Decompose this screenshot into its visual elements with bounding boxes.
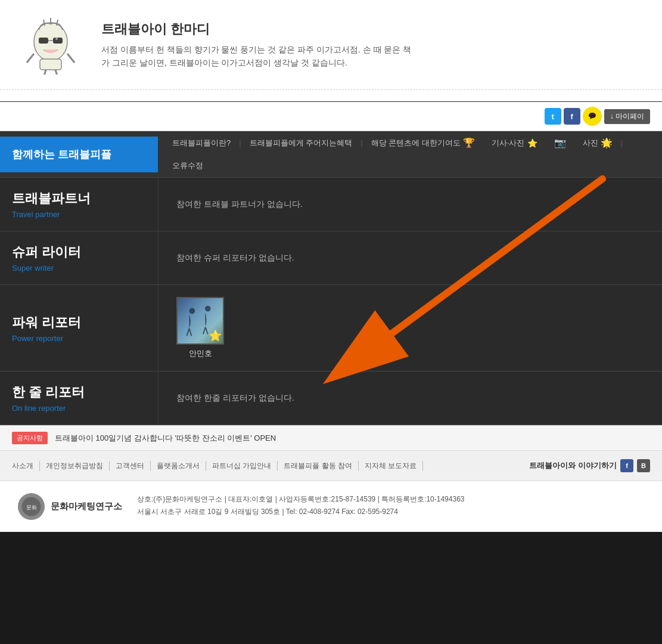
divider bbox=[0, 90, 662, 102]
nav-item-contribution[interactable]: 해당 콘텐츠에 대한기여도 🏆 bbox=[363, 131, 483, 154]
footer-detail-line2: 서울시 서초구 서래로 10길 9 서래빌딩 305호 | Tel: 02-40… bbox=[137, 507, 644, 517]
footer-right-area: 트래블아이와 이야기하기 f B bbox=[529, 459, 650, 472]
online-reporter-content: 참여한 한줄 리포터가 없습니다. bbox=[158, 371, 662, 425]
kakao-icon[interactable] bbox=[583, 107, 602, 126]
footer-info: 문화 문화마케팅연구소 상호:(주)문화마케팅연구소 | 대표자:이호열 | 사… bbox=[0, 481, 662, 532]
nav-item-articles[interactable]: 기사·사진 ⭐ bbox=[483, 132, 546, 154]
travel-partner-content: 참여한 트래블 파트너가 없습니다. bbox=[158, 178, 662, 231]
nav-bar: 함께하는 트래블피플 트래블피플이란? | 트래블피플에게 주어지는혜택 | 해… bbox=[0, 131, 662, 178]
svg-rect-9 bbox=[40, 59, 61, 70]
online-reporter-kr: 한 줄 리포터 bbox=[12, 383, 146, 401]
mypage-button[interactable]: ↓ 마이페이 bbox=[604, 109, 650, 124]
footer-details: 상호:(주)문화마케팅연구소 | 대표자:이호열 | 사업자등록번호:215-8… bbox=[137, 494, 644, 519]
travel-partner-section: 트래블파트너 Travel partner 참여한 트래블 파트너가 없습니다. bbox=[0, 178, 662, 231]
footer-company-name: 문화마케팅연구소 bbox=[51, 501, 122, 512]
star-icon: ⭐ bbox=[527, 138, 537, 148]
footer-logo-area: 문화 문화마케팅연구소 bbox=[18, 493, 125, 520]
footer-brand-text[interactable]: 트래블아이와 이야기하기 bbox=[529, 460, 617, 471]
online-reporter-en: On line reporter bbox=[12, 404, 146, 413]
trophy-icon: 🏆 bbox=[463, 137, 475, 148]
user-badge-icon: ⭐ bbox=[209, 329, 222, 342]
footer-link-5[interactable]: 트래블피플 활동 참여 bbox=[278, 461, 359, 471]
user-card[interactable]: ⭐ 안민호 bbox=[176, 297, 224, 359]
nav-item-error[interactable]: 오류수정 bbox=[164, 154, 212, 177]
footer-detail-line1: 상호:(주)문화마케팅연구소 | 대표자:이호열 | 사업자등록번호:215-8… bbox=[137, 494, 644, 504]
power-reporter-kr: 파워 리포터 bbox=[12, 314, 146, 332]
footer-facebook-icon[interactable]: f bbox=[620, 459, 633, 472]
super-writer-kr: 슈퍼 라이터 bbox=[12, 243, 146, 261]
footer-link-0[interactable]: 사소개 bbox=[12, 461, 40, 471]
user-avatar: ⭐ bbox=[176, 297, 224, 345]
footer-logo-circle: 문화 bbox=[18, 493, 45, 520]
svg-text:문화: 문화 bbox=[26, 504, 37, 510]
footer-link-6[interactable]: 지자체 보도자료 bbox=[359, 461, 423, 471]
mascot-desc: 서점 이름부터 헌 책들의 향기가 물씬 풍기는 것 같은 파주 이가고서점. … bbox=[101, 43, 644, 70]
camera-icon: 📷 bbox=[554, 137, 566, 148]
nav-item-about[interactable]: 트래블피플이란? bbox=[164, 132, 239, 154]
super-writer-content: 참여한 슈퍼 리포터가 없습니다. bbox=[158, 231, 662, 284]
power-reporter-content: ⭐ 안민호 bbox=[158, 285, 662, 371]
mascot-image bbox=[18, 12, 83, 78]
power-reporter-label: 파워 리포터 Power reporter bbox=[0, 285, 158, 371]
travel-partner-en: Travel partner bbox=[12, 210, 146, 219]
notice-bar: 공지사항 트래블아이 100일기념 감사합니다 '따뜻한 잔소리 이벤트' OP… bbox=[0, 425, 662, 451]
nav-item-benefits[interactable]: 트래블피플에게 주어지는혜택 bbox=[241, 132, 361, 154]
footer-link-2[interactable]: 고객센터 bbox=[110, 461, 151, 471]
notice-badge: 공지사항 bbox=[12, 432, 48, 444]
svg-line-10 bbox=[43, 70, 46, 75]
power-reporter-section: 파워 리포터 Power reporter bbox=[0, 285, 662, 371]
power-reporter-en: Power reporter bbox=[12, 334, 146, 343]
footer-link-4[interactable]: 파트너십 가입안내 bbox=[206, 461, 278, 471]
online-reporter-label: 한 줄 리포터 On line reporter bbox=[0, 371, 158, 425]
footer-other-icon[interactable]: B bbox=[637, 459, 650, 472]
green-star-icon: 🌟 bbox=[601, 137, 613, 148]
svg-rect-5 bbox=[53, 38, 63, 44]
nav-item-cam[interactable]: 📷 bbox=[546, 131, 574, 154]
svg-line-7 bbox=[27, 54, 34, 63]
travel-partner-label: 트래블파트너 Travel partner bbox=[0, 178, 158, 231]
nav-items: 트래블피플이란? | 트래블피플에게 주어지는혜택 | 해당 콘텐츠에 대한기여… bbox=[158, 131, 662, 177]
online-reporter-section: 한 줄 리포터 On line reporter 참여한 한줄 리포터가 없습니… bbox=[0, 371, 662, 425]
mascot-section: 트래블아이 한마디 서점 이름부터 헌 책들의 향기가 물씬 풍기는 것 같은 … bbox=[0, 0, 662, 90]
notice-text[interactable]: 트래블아이 100일기념 감사합니다 '따뜻한 잔소리 이벤트' OPEN bbox=[55, 433, 276, 444]
super-writer-en: Super writer bbox=[12, 264, 146, 273]
twitter-icon[interactable]: t bbox=[545, 108, 561, 125]
svg-point-12 bbox=[55, 38, 58, 40]
user-name: 안민호 bbox=[189, 348, 212, 359]
footer-link-1[interactable]: 개인정보취급방침 bbox=[40, 461, 110, 471]
super-writer-label: 슈퍼 라이터 Super writer bbox=[0, 231, 158, 284]
nav-header: 함께하는 트래블피플 bbox=[0, 137, 158, 172]
nav-item-photo[interactable]: 사진 🌟 bbox=[574, 131, 621, 154]
footer-links-bar: 사소개 개인정보취급방침 고객센터 플랫폼소개서 파트너십 가입안내 트래블피플… bbox=[0, 451, 662, 481]
social-bar: t f ↓ 마이페이 bbox=[0, 102, 662, 131]
mascot-title: 트래블아이 한마디 bbox=[101, 20, 644, 38]
mascot-text-area: 트래블아이 한마디 서점 이름부터 헌 책들의 향기가 물씬 풍기는 것 같은 … bbox=[101, 20, 644, 70]
facebook-icon[interactable]: f bbox=[564, 108, 580, 125]
svg-point-16 bbox=[189, 308, 195, 314]
super-writer-section: 슈퍼 라이터 Super writer 참여한 슈퍼 리포터가 없습니다. bbox=[0, 231, 662, 285]
svg-line-8 bbox=[67, 54, 74, 63]
footer-link-3[interactable]: 플랫폼소개서 bbox=[151, 461, 206, 471]
svg-rect-4 bbox=[39, 38, 48, 44]
svg-line-11 bbox=[55, 70, 58, 75]
travel-partner-kr: 트래블파트너 bbox=[12, 190, 146, 208]
svg-point-19 bbox=[205, 306, 211, 312]
